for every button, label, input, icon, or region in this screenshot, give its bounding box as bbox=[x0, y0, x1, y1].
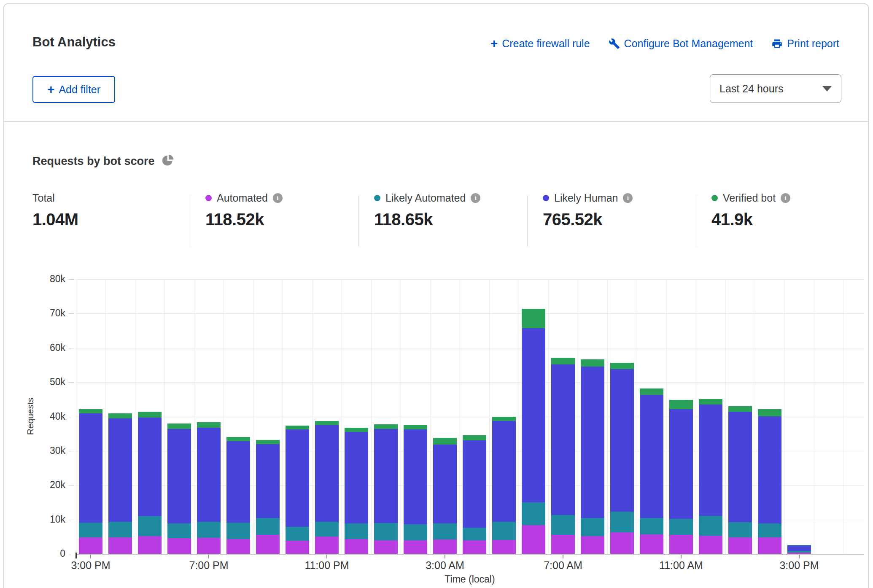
bar-segment-automated[interactable] bbox=[404, 540, 427, 554]
bar-segment-likely-human[interactable] bbox=[167, 429, 191, 523]
bar-segment-verified-bot[interactable] bbox=[669, 400, 693, 410]
bar-segment-likely-automated[interactable] bbox=[522, 502, 545, 526]
bar-segment-likely-human[interactable] bbox=[256, 444, 280, 518]
bar-segment-likely-automated[interactable] bbox=[551, 515, 575, 535]
bar-segment-verified-bot[interactable] bbox=[167, 423, 191, 429]
bar-segment-likely-automated[interactable] bbox=[315, 522, 339, 537]
bar-segment-likely-human[interactable] bbox=[197, 428, 221, 522]
bar-segment-likely-human[interactable] bbox=[492, 421, 516, 522]
bar-segment-likely-automated[interactable] bbox=[610, 512, 634, 532]
bar-segment-likely-human[interactable] bbox=[610, 369, 634, 512]
bar-segment-likely-human[interactable] bbox=[108, 418, 132, 522]
bar-segment-verified-bot[interactable] bbox=[758, 409, 781, 416]
bar-segment-verified-bot[interactable] bbox=[699, 399, 722, 405]
bar-segment-automated[interactable] bbox=[315, 537, 339, 554]
bar-segment-likely-human[interactable] bbox=[640, 395, 663, 518]
bar-segment-verified-bot[interactable] bbox=[256, 440, 280, 444]
bar-segment-likely-human[interactable] bbox=[522, 328, 545, 502]
bar-segment-automated[interactable] bbox=[610, 532, 634, 554]
bar-segment-likely-human[interactable] bbox=[79, 413, 102, 523]
bar-segment-verified-bot[interactable] bbox=[551, 358, 575, 364]
bar-segment-verified-bot[interactable] bbox=[138, 412, 162, 418]
bar-segment-likely-human[interactable] bbox=[581, 367, 604, 518]
bar-segment-verified-bot[interactable] bbox=[610, 363, 634, 369]
configure-bot-management-link[interactable]: Configure Bot Management bbox=[609, 38, 753, 50]
bar-segment-likely-automated[interactable] bbox=[699, 516, 722, 535]
bar-segment-verified-bot[interactable] bbox=[522, 309, 545, 328]
bar-segment-likely-automated[interactable] bbox=[226, 523, 250, 539]
bar-segment-verified-bot[interactable] bbox=[433, 438, 457, 445]
bar-segment-verified-bot[interactable] bbox=[345, 428, 368, 432]
bar-segment-likely-human[interactable] bbox=[728, 412, 752, 522]
bar-segment-verified-bot[interactable] bbox=[374, 424, 398, 429]
bar-segment-automated[interactable] bbox=[492, 540, 516, 554]
bar-segment-likely-human[interactable] bbox=[551, 364, 575, 515]
bar-segment-verified-bot[interactable] bbox=[404, 425, 427, 430]
bar-segment-likely-automated[interactable] bbox=[758, 523, 781, 537]
bar-segment-likely-automated[interactable] bbox=[640, 518, 663, 535]
bar-segment-likely-human[interactable] bbox=[286, 429, 309, 526]
bar-segment-automated[interactable] bbox=[108, 537, 132, 554]
time-range-dropdown[interactable]: Last 24 hours bbox=[710, 74, 841, 103]
bar-segment-likely-automated[interactable] bbox=[433, 523, 457, 539]
print-report-link[interactable]: Print report bbox=[771, 38, 839, 50]
bar-segment-automated[interactable] bbox=[167, 538, 191, 554]
bar-segment-likely-human[interactable] bbox=[404, 429, 427, 524]
info-icon[interactable]: i bbox=[273, 193, 283, 203]
bar-segment-likely-automated[interactable] bbox=[79, 523, 102, 537]
bar-segment-verified-bot[interactable] bbox=[226, 437, 250, 442]
bar-segment-likely-human[interactable] bbox=[433, 445, 457, 523]
bar-segment-automated[interactable] bbox=[79, 537, 102, 554]
bar-segment-likely-human[interactable] bbox=[345, 432, 368, 523]
bar-segment-likely-human[interactable] bbox=[138, 418, 162, 516]
bar-segment-verified-bot[interactable] bbox=[640, 388, 663, 395]
bar-segment-automated[interactable] bbox=[728, 537, 752, 554]
bar-segment-automated[interactable] bbox=[433, 539, 457, 554]
bar-segment-likely-automated[interactable] bbox=[669, 519, 693, 535]
bar-segment-likely-human[interactable] bbox=[315, 425, 339, 522]
bar-segment-verified-bot[interactable] bbox=[315, 421, 339, 425]
bar-segment-likely-automated[interactable] bbox=[728, 522, 752, 537]
bar-segment-automated[interactable] bbox=[699, 536, 722, 554]
bar-segment-automated[interactable] bbox=[551, 535, 575, 554]
bar-segment-automated[interactable] bbox=[197, 538, 221, 554]
bar-segment-automated[interactable] bbox=[581, 536, 604, 554]
info-icon[interactable]: i bbox=[471, 193, 480, 203]
create-firewall-rule-link[interactable]: + Create firewall rule bbox=[490, 37, 590, 50]
info-icon[interactable]: i bbox=[781, 193, 790, 203]
bar-segment-likely-human[interactable] bbox=[463, 440, 486, 528]
bar-segment-likely-human[interactable] bbox=[374, 429, 398, 523]
bar-segment-likely-automated[interactable] bbox=[374, 523, 398, 541]
bar-segment-verified-bot[interactable] bbox=[79, 409, 102, 414]
bar-segment-verified-bot[interactable] bbox=[197, 422, 221, 427]
bar-segment-automated[interactable] bbox=[758, 537, 781, 554]
bar-segment-likely-automated[interactable] bbox=[167, 523, 191, 539]
bar-segment-likely-human[interactable] bbox=[226, 441, 250, 523]
bar-segment-verified-bot[interactable] bbox=[787, 545, 811, 545]
bar-segment-likely-automated[interactable] bbox=[256, 518, 280, 535]
bar-segment-likely-automated[interactable] bbox=[345, 523, 368, 539]
bar-segment-verified-bot[interactable] bbox=[108, 413, 132, 418]
bar-segment-likely-human[interactable] bbox=[699, 405, 722, 516]
bar-segment-verified-bot[interactable] bbox=[492, 417, 516, 421]
bar-segment-automated[interactable] bbox=[138, 536, 162, 554]
bar-segment-likely-automated[interactable] bbox=[581, 518, 604, 536]
bar-segment-likely-automated[interactable] bbox=[138, 516, 162, 536]
bar-segment-verified-bot[interactable] bbox=[463, 435, 486, 440]
info-icon[interactable]: i bbox=[623, 193, 633, 203]
bar-segment-likely-human[interactable] bbox=[758, 416, 781, 524]
bar-segment-likely-automated[interactable] bbox=[463, 528, 486, 540]
bar-segment-likely-human[interactable] bbox=[787, 545, 811, 551]
bar-segment-likely-automated[interactable] bbox=[108, 522, 132, 537]
bar-segment-automated[interactable] bbox=[374, 540, 398, 554]
bar-segment-likely-automated[interactable] bbox=[286, 527, 309, 541]
bar-segment-automated[interactable] bbox=[345, 539, 368, 554]
bar-segment-verified-bot[interactable] bbox=[728, 406, 752, 412]
bar-segment-automated[interactable] bbox=[463, 540, 486, 554]
bar-segment-automated[interactable] bbox=[226, 539, 250, 554]
bar-segment-automated[interactable] bbox=[640, 534, 663, 554]
bar-segment-automated[interactable] bbox=[522, 525, 545, 554]
bar-segment-likely-human[interactable] bbox=[669, 409, 693, 519]
bar-segment-verified-bot[interactable] bbox=[286, 426, 309, 429]
bar-segment-verified-bot[interactable] bbox=[581, 359, 604, 367]
